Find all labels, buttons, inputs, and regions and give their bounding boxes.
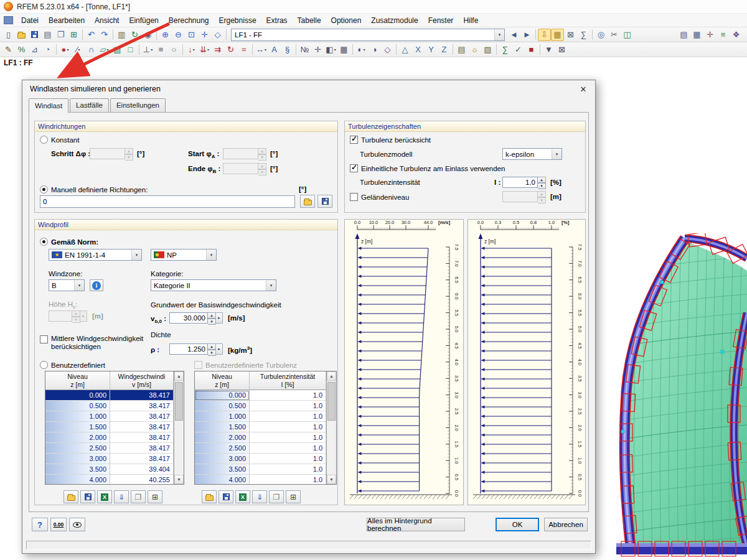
spin-up-icon[interactable]: ▲ xyxy=(208,343,216,350)
checkbox-turbulenz[interactable]: Turbulenz berücksicht xyxy=(350,136,431,144)
table-row[interactable]: 1.0001.0 xyxy=(195,411,326,422)
gelaende-spinner[interactable]: ▲▼ xyxy=(502,191,546,202)
full-extent-icon[interactable]: ◇ xyxy=(211,29,224,41)
spin-down-icon[interactable]: ▼ xyxy=(538,183,546,189)
isometry-icon[interactable]: △ xyxy=(398,44,411,56)
dialog-title-bar[interactable]: Windlasten simulieren und generieren ✕ xyxy=(22,80,595,98)
spin-down-icon[interactable]: ▼ xyxy=(208,319,216,325)
menu-einfgen[interactable]: Einfügen xyxy=(124,14,163,27)
rho-spinner[interactable]: 1.250 ▲▼ ▸ xyxy=(169,343,223,355)
spinner-value[interactable] xyxy=(502,191,538,202)
table-cell[interactable]: 3.000 xyxy=(195,454,250,464)
table-cell[interactable]: 38.417 xyxy=(110,422,174,432)
hinge-icon[interactable]: ○ xyxy=(167,44,181,56)
calculator-button[interactable]: ⊞ xyxy=(286,490,301,503)
child-window-icon[interactable] xyxy=(4,16,13,24)
table-cell[interactable]: 2.000 xyxy=(195,432,250,443)
spinner-value[interactable]: 30.000 xyxy=(169,312,208,324)
schritt-spinner[interactable]: ▲▼ xyxy=(90,148,133,159)
checkbox-icon[interactable] xyxy=(350,164,358,172)
checkbox-icon[interactable] xyxy=(350,136,358,144)
kategorie-combo[interactable]: Kategorie II ▾ xyxy=(151,279,276,291)
show-loads-icon[interactable]: ⇩ xyxy=(538,29,551,41)
table-cell[interactable]: 1.0 xyxy=(250,464,326,475)
menu-optionen[interactable]: Optionen xyxy=(326,14,367,27)
table-row[interactable]: 0.5001.0 xyxy=(195,401,326,411)
checkbox-icon[interactable] xyxy=(40,335,48,343)
windzone-info-button[interactable]: i xyxy=(90,279,103,291)
close-icon[interactable]: ✕ xyxy=(576,83,590,95)
checkbox-einheitlich[interactable]: Einheitliche Turbulenz am Einlass verwen… xyxy=(350,164,505,172)
spin-up-icon[interactable]: ▲ xyxy=(258,163,266,169)
table-cell[interactable]: 1.000 xyxy=(195,411,250,422)
menu-datei[interactable]: Datei xyxy=(16,14,44,27)
table-cell[interactable]: 39.404 xyxy=(110,464,174,475)
table-row[interactable]: 1.5001.0 xyxy=(195,422,326,432)
table-row[interactable]: 3.5001.0 xyxy=(195,464,326,475)
spin-more-icon[interactable]: ▸ xyxy=(216,312,223,324)
nodal-load-icon[interactable]: ↓▾ xyxy=(185,44,198,56)
light-icon[interactable]: ☼ xyxy=(468,44,481,56)
table-scrollbar[interactable]: ▲▼ xyxy=(174,371,184,484)
copy-icon[interactable]: ❐ xyxy=(54,29,67,41)
chevron-down-icon[interactable]: ▾ xyxy=(206,250,216,260)
tab-windlast[interactable]: Windlast xyxy=(29,98,68,113)
chevron-down-icon[interactable]: ▾ xyxy=(363,47,365,52)
menu-ergebnisse[interactable]: Ergebnisse xyxy=(214,14,261,27)
zoom-in-icon[interactable]: ⊕ xyxy=(159,29,172,41)
table-scrollbar[interactable]: ▲▼ xyxy=(326,371,336,484)
save-icon[interactable] xyxy=(28,29,41,41)
next-load-case-icon[interactable]: ► xyxy=(520,29,533,41)
radio-icon[interactable] xyxy=(40,136,48,144)
snapshot-icon[interactable]: ◉ xyxy=(141,29,154,41)
chevron-down-icon[interactable]: ▾ xyxy=(207,47,209,52)
table-row[interactable]: 3.00038.417 xyxy=(45,454,174,464)
table-row[interactable]: 4.00040.255 xyxy=(45,475,174,485)
table-cell[interactable]: 3.500 xyxy=(45,464,110,475)
table-cell[interactable]: 1.0 xyxy=(250,422,326,432)
checkbox-icon[interactable] xyxy=(194,361,202,369)
spinner-value[interactable] xyxy=(223,148,258,159)
chevron-down-icon[interactable]: ▾ xyxy=(266,280,276,291)
surface-load-icon[interactable]: ⇉ xyxy=(211,44,224,56)
export-file-button[interactable] xyxy=(218,490,233,503)
radio-gemaess-norm[interactable]: Gemäß Norm: xyxy=(40,238,98,246)
spin-down-icon[interactable]: ▼ xyxy=(208,350,216,356)
hoehe-spinner[interactable]: ▲▼ ▸ xyxy=(49,310,87,322)
menu-zusatzmodule[interactable]: Zusatzmodule xyxy=(366,14,423,27)
support-tool-icon[interactable]: ⊥▾ xyxy=(141,44,154,56)
direction-list-input[interactable] xyxy=(40,195,295,208)
table-cell[interactable]: 3.500 xyxy=(195,464,250,475)
member-load-icon[interactable]: ⇊▾ xyxy=(198,44,211,56)
spinner-value[interactable] xyxy=(90,148,125,159)
annex-combo[interactable]: NP ▾ xyxy=(151,249,217,261)
scroll-up-icon[interactable]: ▲ xyxy=(174,371,184,381)
table-row[interactable]: 4.0001.0 xyxy=(195,475,326,485)
line-tool-icon[interactable]: ∕▾ xyxy=(72,44,85,56)
grid-settings-icon[interactable]: ▦ xyxy=(337,44,350,56)
spin-down-icon[interactable]: ▼ xyxy=(258,169,266,175)
scroll-down-icon[interactable]: ▼ xyxy=(174,475,184,484)
work-plane-icon[interactable]: ◧▾ xyxy=(324,44,337,56)
show-figures-icon[interactable]: ▦ xyxy=(551,29,564,41)
spin-down-icon[interactable]: ▼ xyxy=(538,197,546,203)
vb0-spinner[interactable]: 30.000 ▲▼ ▸ xyxy=(169,312,223,324)
view-y-icon[interactable]: Y xyxy=(425,44,438,56)
open-icon[interactable] xyxy=(15,29,28,41)
menu-extras[interactable]: Extras xyxy=(261,14,293,27)
clipboard-button[interactable]: ❐ xyxy=(269,490,284,503)
edit-icon[interactable]: ✎ xyxy=(2,44,15,56)
table-row[interactable]: 0.0001.0 xyxy=(195,390,326,401)
spin-more-icon[interactable]: ▸ xyxy=(216,343,223,355)
ende-spinner[interactable]: ▲▼ xyxy=(223,163,266,174)
redo-icon[interactable]: ↷ xyxy=(98,29,111,41)
section-cut-icon[interactable]: § xyxy=(281,44,294,56)
table-row[interactable]: 3.50039.404 xyxy=(45,464,174,475)
table-cell[interactable]: 1.500 xyxy=(45,422,110,432)
table-cell[interactable]: 3.000 xyxy=(45,454,110,464)
chevron-down-icon[interactable]: ▾ xyxy=(494,29,504,40)
crosshair-icon[interactable]: ✛ xyxy=(703,29,716,41)
dimension-icon[interactable]: ↔▾ xyxy=(255,44,268,56)
moment-load-icon[interactable]: ↻ xyxy=(224,44,237,56)
spin-down-icon[interactable]: ▼ xyxy=(125,154,133,161)
